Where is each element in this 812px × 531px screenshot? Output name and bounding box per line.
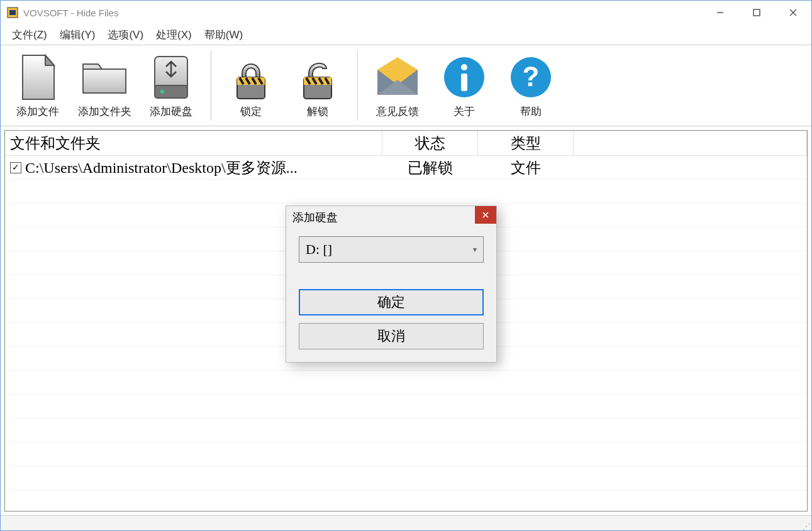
cell-path: ✓ C:\Users\Administrator\Desktop\更多资源... xyxy=(5,158,382,178)
add-disk-dialog: 添加硬盘 D: [] ▾ 确定 取消 xyxy=(286,205,497,363)
svg-rect-23 xyxy=(461,74,467,91)
lock-icon xyxy=(231,52,271,103)
row-path-text: C:\Users\Administrator\Desktop\更多资源... xyxy=(25,158,298,178)
about-label: 关于 xyxy=(453,104,475,119)
unlock-label: 解锁 xyxy=(307,104,328,119)
toolbar: 添加文件 添加文件夹 添加硬盘 锁定 xyxy=(1,45,811,126)
chevron-down-icon: ▾ xyxy=(473,245,477,255)
main-window: VOVSOFT - Hide Files 文件(Z) 编辑(Y) 选项(V) 处… xyxy=(0,0,812,531)
help-button[interactable]: ? 帮助 xyxy=(498,48,564,123)
menu-options[interactable]: 选项(V) xyxy=(103,25,148,45)
cell-status: 已解锁 xyxy=(382,158,478,178)
menu-process[interactable]: 处理(X) xyxy=(151,25,197,45)
row-checkbox[interactable]: ✓ xyxy=(10,162,21,173)
lock-label: 锁定 xyxy=(240,104,262,119)
unlock-icon xyxy=(298,52,338,103)
unlock-button[interactable]: 解锁 xyxy=(284,48,351,123)
minimize-button[interactable] xyxy=(702,1,738,25)
folder-icon xyxy=(79,52,130,103)
menu-file[interactable]: 文件(Z) xyxy=(7,25,52,45)
add-disk-label: 添加硬盘 xyxy=(150,104,192,119)
feedback-button[interactable]: 意见反馈 xyxy=(364,48,431,123)
add-folder-button[interactable]: 添加文件夹 xyxy=(71,48,138,123)
cell-type: 文件 xyxy=(478,158,574,178)
app-icon xyxy=(7,7,18,18)
info-icon xyxy=(442,52,487,103)
svg-point-22 xyxy=(461,64,467,70)
list-header: 文件和文件夹 状态 类型 xyxy=(5,131,807,156)
lock-button[interactable]: 锁定 xyxy=(218,48,284,123)
list-row[interactable]: ✓ C:\Users\Administrator\Desktop\更多资源...… xyxy=(5,156,807,180)
feedback-label: 意见反馈 xyxy=(376,104,419,119)
feedback-icon xyxy=(372,52,423,103)
drive-select[interactable]: D: [] ▾ xyxy=(299,236,484,263)
help-label: 帮助 xyxy=(520,104,542,119)
svg-rect-7 xyxy=(155,85,187,98)
add-folder-label: 添加文件夹 xyxy=(78,104,131,119)
maximize-button[interactable] xyxy=(738,1,775,25)
dialog-close-button[interactable] xyxy=(475,206,496,224)
titlebar: VOVSOFT - Hide Files xyxy=(1,1,811,25)
resize-grip[interactable]: ⋰ xyxy=(803,524,810,529)
svg-rect-3 xyxy=(754,9,760,16)
header-path[interactable]: 文件和文件夹 xyxy=(5,131,382,156)
statusbar: ⋰ xyxy=(1,515,811,530)
svg-text:?: ? xyxy=(523,61,540,92)
cancel-button[interactable]: 取消 xyxy=(299,323,484,349)
ok-label: 确定 xyxy=(377,293,405,312)
header-status[interactable]: 状态 xyxy=(382,131,478,156)
add-file-button[interactable]: 添加文件 xyxy=(4,48,71,123)
drive-select-value: D: [] xyxy=(306,241,332,258)
ok-button[interactable]: 确定 xyxy=(299,289,484,315)
dialog-title: 添加硬盘 xyxy=(292,210,338,225)
menubar: 文件(Z) 编辑(Y) 选项(V) 处理(X) 帮助(W) xyxy=(1,25,811,45)
svg-rect-1 xyxy=(9,10,16,15)
help-icon: ? xyxy=(508,52,553,103)
about-button[interactable]: 关于 xyxy=(431,48,498,123)
close-button[interactable] xyxy=(775,1,811,25)
dialog-body: D: [] ▾ 确定 取消 xyxy=(286,229,496,362)
file-icon xyxy=(16,52,59,103)
cancel-label: 取消 xyxy=(377,327,405,346)
add-file-label: 添加文件 xyxy=(16,104,59,119)
svg-point-8 xyxy=(160,90,164,94)
toolbar-separator xyxy=(357,50,358,121)
add-disk-button[interactable]: 添加硬盘 xyxy=(138,48,204,123)
window-title: VOVSOFT - Hide Files xyxy=(23,8,702,18)
window-controls xyxy=(702,1,811,25)
header-spacer xyxy=(574,131,807,156)
dialog-titlebar: 添加硬盘 xyxy=(286,206,496,229)
menu-edit[interactable]: 编辑(Y) xyxy=(55,25,101,45)
header-type[interactable]: 类型 xyxy=(478,131,574,156)
menu-help[interactable]: 帮助(W) xyxy=(199,25,248,45)
disk-icon xyxy=(148,52,194,103)
toolbar-separator xyxy=(211,50,211,121)
